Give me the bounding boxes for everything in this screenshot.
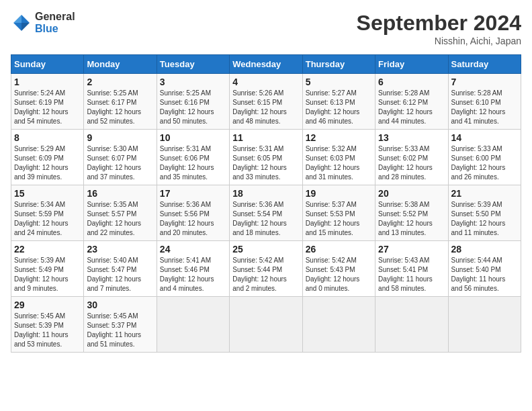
day-number-21: 21 bbox=[451, 188, 518, 199]
day-info-18: Sunrise: 5:36 AM Sunset: 5:54 PM Dayligh… bbox=[232, 200, 299, 238]
day-info-3: Sunrise: 5:25 AM Sunset: 6:16 PM Dayligh… bbox=[160, 89, 226, 126]
day-number-5: 5 bbox=[306, 77, 372, 87]
svg-marker-1 bbox=[21, 23, 30, 31]
day-number-18: 18 bbox=[232, 188, 299, 199]
logo: General Blue bbox=[11, 11, 75, 35]
day-info-20: Sunrise: 5:38 AM Sunset: 5:52 PM Dayligh… bbox=[378, 200, 445, 238]
day-info-9: Sunrise: 5:30 AM Sunset: 6:07 PM Dayligh… bbox=[87, 144, 153, 182]
day-cell-22: 22Sunrise: 5:39 AM Sunset: 5:49 PM Dayli… bbox=[11, 241, 84, 297]
month-title: September 2024 bbox=[357, 11, 521, 36]
week-row-1: 1Sunrise: 5:24 AM Sunset: 6:19 PM Daylig… bbox=[11, 74, 521, 130]
empty-cell bbox=[448, 297, 521, 353]
day-info-23: Sunrise: 5:40 AM Sunset: 5:47 PM Dayligh… bbox=[87, 256, 153, 293]
day-info-25: Sunrise: 5:42 AM Sunset: 5:44 PM Dayligh… bbox=[232, 256, 299, 293]
day-cell-13: 13Sunrise: 5:33 AM Sunset: 6:02 PM Dayli… bbox=[375, 130, 448, 185]
header-thursday: Thursday bbox=[302, 55, 375, 74]
day-info-26: Sunrise: 5:42 AM Sunset: 5:43 PM Dayligh… bbox=[306, 256, 372, 293]
day-info-19: Sunrise: 5:37 AM Sunset: 5:53 PM Dayligh… bbox=[306, 200, 372, 238]
day-number-24: 24 bbox=[160, 244, 226, 255]
day-number-30: 30 bbox=[87, 300, 153, 310]
day-cell-20: 20Sunrise: 5:38 AM Sunset: 5:52 PM Dayli… bbox=[375, 185, 448, 241]
day-info-13: Sunrise: 5:33 AM Sunset: 6:02 PM Dayligh… bbox=[378, 144, 445, 182]
day-cell-2: 2Sunrise: 5:25 AM Sunset: 6:17 PM Daylig… bbox=[84, 74, 157, 130]
day-number-8: 8 bbox=[14, 132, 81, 143]
day-info-16: Sunrise: 5:35 AM Sunset: 5:57 PM Dayligh… bbox=[87, 200, 153, 238]
day-number-2: 2 bbox=[87, 77, 153, 87]
location: Nisshin, Aichi, Japan bbox=[357, 36, 521, 46]
day-cell-4: 4Sunrise: 5:26 AM Sunset: 6:15 PM Daylig… bbox=[230, 74, 302, 130]
day-info-6: Sunrise: 5:28 AM Sunset: 6:12 PM Dayligh… bbox=[378, 89, 445, 126]
day-info-14: Sunrise: 5:33 AM Sunset: 6:00 PM Dayligh… bbox=[451, 144, 518, 182]
day-number-6: 6 bbox=[378, 77, 445, 87]
header-saturday: Saturday bbox=[448, 55, 521, 74]
day-info-17: Sunrise: 5:36 AM Sunset: 5:56 PM Dayligh… bbox=[160, 200, 226, 238]
day-info-21: Sunrise: 5:39 AM Sunset: 5:50 PM Dayligh… bbox=[451, 200, 518, 238]
day-cell-21: 21Sunrise: 5:39 AM Sunset: 5:50 PM Dayli… bbox=[448, 185, 521, 241]
day-cell-10: 10Sunrise: 5:31 AM Sunset: 6:06 PM Dayli… bbox=[157, 130, 229, 185]
day-number-16: 16 bbox=[87, 188, 153, 199]
day-cell-5: 5Sunrise: 5:27 AM Sunset: 6:13 PM Daylig… bbox=[302, 74, 375, 130]
title-section: September 2024 Nisshin, Aichi, Japan bbox=[357, 11, 521, 46]
day-info-4: Sunrise: 5:26 AM Sunset: 6:15 PM Dayligh… bbox=[232, 89, 299, 126]
day-info-15: Sunrise: 5:34 AM Sunset: 5:59 PM Dayligh… bbox=[14, 200, 81, 238]
day-info-7: Sunrise: 5:28 AM Sunset: 6:10 PM Dayligh… bbox=[451, 89, 518, 126]
day-info-2: Sunrise: 5:25 AM Sunset: 6:17 PM Dayligh… bbox=[87, 89, 153, 126]
day-cell-14: 14Sunrise: 5:33 AM Sunset: 6:00 PM Dayli… bbox=[448, 130, 521, 185]
week-row-2: 8Sunrise: 5:29 AM Sunset: 6:09 PM Daylig… bbox=[11, 130, 521, 185]
day-info-22: Sunrise: 5:39 AM Sunset: 5:49 PM Dayligh… bbox=[14, 256, 81, 293]
day-number-12: 12 bbox=[306, 132, 372, 143]
day-number-7: 7 bbox=[451, 77, 518, 87]
day-cell-18: 18Sunrise: 5:36 AM Sunset: 5:54 PM Dayli… bbox=[230, 185, 302, 241]
day-number-1: 1 bbox=[14, 77, 81, 87]
day-cell-1: 1Sunrise: 5:24 AM Sunset: 6:19 PM Daylig… bbox=[11, 74, 84, 130]
week-row-3: 15Sunrise: 5:34 AM Sunset: 5:59 PM Dayli… bbox=[11, 185, 521, 241]
day-info-24: Sunrise: 5:41 AM Sunset: 5:46 PM Dayligh… bbox=[160, 256, 226, 293]
svg-marker-0 bbox=[21, 15, 30, 23]
day-cell-27: 27Sunrise: 5:43 AM Sunset: 5:41 PM Dayli… bbox=[375, 241, 448, 297]
header-sunday: Sunday bbox=[11, 55, 84, 74]
svg-marker-2 bbox=[13, 15, 21, 23]
day-number-19: 19 bbox=[306, 188, 372, 199]
logo-text: General Blue bbox=[35, 11, 75, 35]
day-number-15: 15 bbox=[14, 188, 81, 199]
day-number-13: 13 bbox=[378, 132, 445, 143]
day-cell-28: 28Sunrise: 5:44 AM Sunset: 5:40 PM Dayli… bbox=[448, 241, 521, 297]
days-header-row: Sunday Monday Tuesday Wednesday Thursday… bbox=[11, 55, 521, 74]
header-tuesday: Tuesday bbox=[157, 55, 229, 74]
day-number-20: 20 bbox=[378, 188, 445, 199]
day-cell-16: 16Sunrise: 5:35 AM Sunset: 5:57 PM Dayli… bbox=[84, 185, 157, 241]
day-number-28: 28 bbox=[451, 244, 518, 255]
day-cell-25: 25Sunrise: 5:42 AM Sunset: 5:44 PM Dayli… bbox=[230, 241, 302, 297]
day-cell-11: 11Sunrise: 5:31 AM Sunset: 6:05 PM Dayli… bbox=[230, 130, 302, 185]
day-number-23: 23 bbox=[87, 244, 153, 255]
day-number-10: 10 bbox=[160, 132, 226, 143]
day-cell-7: 7Sunrise: 5:28 AM Sunset: 6:10 PM Daylig… bbox=[448, 74, 521, 130]
day-number-26: 26 bbox=[306, 244, 372, 255]
day-info-29: Sunrise: 5:45 AM Sunset: 5:39 PM Dayligh… bbox=[14, 312, 81, 349]
day-info-12: Sunrise: 5:32 AM Sunset: 6:03 PM Dayligh… bbox=[306, 144, 372, 182]
day-cell-19: 19Sunrise: 5:37 AM Sunset: 5:53 PM Dayli… bbox=[302, 185, 375, 241]
day-number-27: 27 bbox=[378, 244, 445, 255]
day-info-27: Sunrise: 5:43 AM Sunset: 5:41 PM Dayligh… bbox=[378, 256, 445, 293]
day-cell-24: 24Sunrise: 5:41 AM Sunset: 5:46 PM Dayli… bbox=[157, 241, 229, 297]
day-info-11: Sunrise: 5:31 AM Sunset: 6:05 PM Dayligh… bbox=[232, 144, 299, 182]
week-row-4: 22Sunrise: 5:39 AM Sunset: 5:49 PM Dayli… bbox=[11, 241, 521, 297]
day-number-17: 17 bbox=[160, 188, 226, 199]
day-number-25: 25 bbox=[232, 244, 299, 255]
day-number-29: 29 bbox=[14, 300, 81, 310]
day-cell-3: 3Sunrise: 5:25 AM Sunset: 6:16 PM Daylig… bbox=[157, 74, 229, 130]
day-cell-23: 23Sunrise: 5:40 AM Sunset: 5:47 PM Dayli… bbox=[84, 241, 157, 297]
day-info-5: Sunrise: 5:27 AM Sunset: 6:13 PM Dayligh… bbox=[306, 89, 372, 126]
day-cell-17: 17Sunrise: 5:36 AM Sunset: 5:56 PM Dayli… bbox=[157, 185, 229, 241]
day-number-3: 3 bbox=[160, 77, 226, 87]
empty-cell bbox=[302, 297, 375, 353]
day-number-22: 22 bbox=[14, 244, 81, 255]
day-number-9: 9 bbox=[87, 132, 153, 143]
empty-cell bbox=[157, 297, 229, 353]
day-number-4: 4 bbox=[232, 77, 299, 87]
day-cell-6: 6Sunrise: 5:28 AM Sunset: 6:12 PM Daylig… bbox=[375, 74, 448, 130]
logo-icon bbox=[11, 12, 32, 34]
svg-marker-3 bbox=[13, 23, 21, 31]
page-header: General Blue September 2024 Nisshin, Aic… bbox=[11, 11, 521, 46]
day-cell-29: 29Sunrise: 5:45 AM Sunset: 5:39 PM Dayli… bbox=[11, 297, 84, 353]
